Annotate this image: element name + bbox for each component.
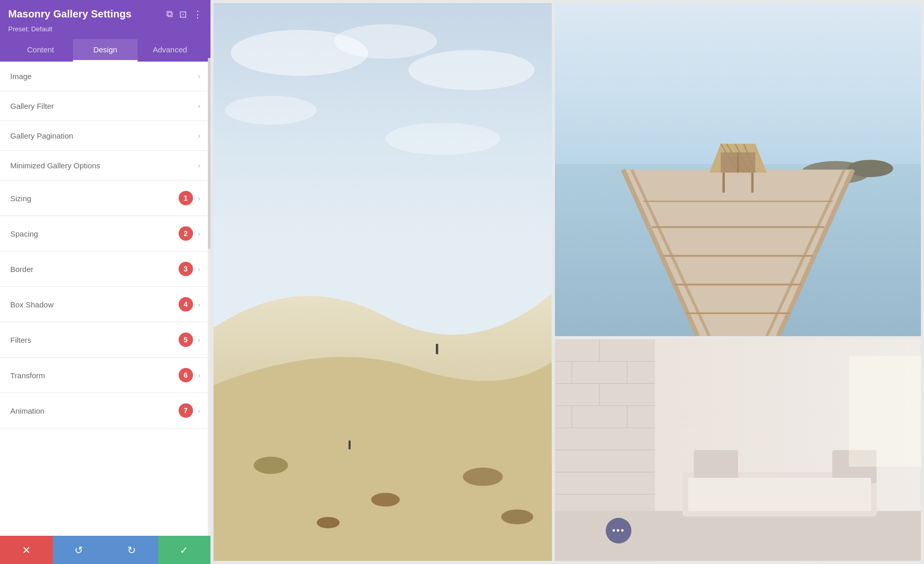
section-animation-chevron: › — [198, 407, 200, 415]
section-minimized-gallery-options-chevron: › — [198, 162, 200, 169]
section-spacing: Spacing 2 › — [0, 216, 210, 251]
more-icon[interactable]: ⋮ — [193, 9, 202, 20]
fab-dots-icon: ••• — [612, 526, 625, 536]
copy-icon[interactable]: ⧉ — [166, 9, 173, 20]
section-gallery-filter: Gallery Filter › — [0, 91, 210, 121]
section-gallery-filter-chevron: › — [198, 102, 200, 110]
section-spacing-label: Spacing — [10, 229, 179, 238]
tab-content[interactable]: Content — [8, 39, 73, 62]
section-filters-label: Filters — [10, 336, 179, 344]
section-transform-chevron: › — [198, 372, 200, 379]
undo-button[interactable]: ↺ — [53, 536, 106, 564]
scroll-thumb — [208, 58, 210, 249]
svg-rect-11 — [436, 344, 438, 354]
svg-point-8 — [463, 468, 503, 486]
tab-advanced[interactable]: Advanced — [138, 39, 202, 62]
panel-header: Masonry Gallery Settings ⧉ ⊡ ⋮ Preset: D… — [0, 0, 210, 62]
section-sizing: Sizing 1 › — [0, 181, 210, 216]
section-animation-label: Animation — [10, 406, 179, 415]
section-image-header[interactable]: Image › — [0, 62, 210, 91]
section-transform-header[interactable]: Transform 6 › — [0, 358, 210, 393]
section-animation: Animation 7 › — [0, 393, 210, 429]
section-filters-badge: 5 — [179, 333, 193, 347]
section-spacing-chevron: › — [198, 230, 200, 238]
section-transform-badge: 6 — [179, 368, 193, 382]
section-box-shadow-badge: 4 — [179, 297, 193, 312]
panel-title-icons: ⧉ ⊡ ⋮ — [166, 9, 202, 20]
fab-button[interactable]: ••• — [606, 518, 631, 543]
section-spacing-badge: 2 — [179, 226, 193, 241]
tab-design[interactable]: Design — [73, 39, 138, 62]
section-border-header[interactable]: Border 3 › — [0, 251, 210, 286]
section-gallery-pagination-label: Gallery Pagination — [10, 131, 198, 140]
section-gallery-pagination-header[interactable]: Gallery Pagination › — [0, 121, 210, 150]
section-gallery-filter-label: Gallery Filter — [10, 102, 198, 110]
section-image: Image › — [0, 62, 210, 91]
svg-point-15 — [847, 160, 893, 178]
section-minimized-gallery-options-label: Minimized Gallery Options — [10, 161, 198, 170]
svg-point-4 — [225, 96, 317, 125]
settings-panel: Masonry Gallery Settings ⧉ ⊡ ⋮ Preset: D… — [0, 0, 210, 564]
section-minimized-gallery-options-header[interactable]: Minimized Gallery Options › — [0, 151, 210, 180]
gallery-image-2 — [555, 3, 921, 336]
preset-label[interactable]: Preset: Default — [8, 25, 202, 39]
section-border: Border 3 › — [0, 251, 210, 287]
svg-point-10 — [501, 510, 533, 524]
cancel-button[interactable]: ✕ — [0, 536, 53, 564]
section-image-label: Image — [10, 72, 198, 81]
save-button[interactable]: ✓ — [158, 536, 211, 564]
section-sizing-badge: 1 — [179, 191, 193, 205]
svg-point-6 — [254, 457, 288, 474]
section-minimized-gallery-options: Minimized Gallery Options › — [0, 151, 210, 181]
section-gallery-pagination-chevron: › — [198, 132, 200, 140]
section-border-chevron: › — [198, 265, 200, 273]
svg-rect-57 — [849, 356, 921, 467]
section-border-label: Border — [10, 265, 179, 274]
section-box-shadow-header[interactable]: Box Shadow 4 › — [0, 287, 210, 322]
section-sizing-header[interactable]: Sizing 1 › — [0, 181, 210, 216]
gallery-image-1 — [214, 3, 552, 561]
panel-toolbar: ✕ ↺ ↻ ✓ — [0, 536, 210, 564]
section-spacing-header[interactable]: Spacing 2 › — [0, 216, 210, 251]
svg-point-3 — [409, 50, 535, 90]
section-sizing-chevron: › — [198, 195, 200, 202]
section-animation-header[interactable]: Animation 7 › — [0, 393, 210, 428]
resize-icon[interactable]: ⊡ — [179, 9, 187, 20]
redo-icon: ↻ — [127, 544, 136, 556]
section-filters-header[interactable]: Filters 5 › — [0, 322, 210, 357]
scroll-indicator — [208, 58, 210, 536]
content-area: ••• — [210, 0, 924, 564]
section-sizing-label: Sizing — [10, 194, 179, 203]
panel-tabs: Content Design Advanced — [8, 39, 202, 62]
redo-button[interactable]: ↻ — [105, 536, 158, 564]
save-icon: ✓ — [180, 544, 188, 556]
section-transform-label: Transform — [10, 371, 179, 380]
section-filters: Filters 5 › — [0, 322, 210, 358]
svg-point-7 — [371, 493, 400, 507]
panel-body: Image › Gallery Filter › Gallery Paginat… — [0, 62, 210, 536]
section-gallery-filter-header[interactable]: Gallery Filter › — [0, 91, 210, 121]
undo-icon: ↺ — [74, 544, 83, 556]
section-gallery-pagination: Gallery Pagination › — [0, 121, 210, 151]
svg-rect-56 — [688, 478, 871, 511]
section-box-shadow: Box Shadow 4 › — [0, 287, 210, 322]
section-animation-badge: 7 — [179, 403, 193, 418]
panel-title: Masonry Gallery Settings — [8, 8, 131, 20]
gallery-col-right — [555, 3, 921, 561]
cancel-icon: ✕ — [22, 544, 31, 556]
section-filters-chevron: › — [198, 336, 200, 344]
section-image-chevron: › — [198, 72, 200, 80]
svg-point-5 — [386, 123, 500, 155]
gallery-layout — [210, 0, 924, 564]
section-border-badge: 3 — [179, 262, 193, 276]
section-transform: Transform 6 › — [0, 358, 210, 393]
gallery-col-left — [214, 3, 552, 561]
svg-point-2 — [334, 24, 437, 59]
section-box-shadow-chevron: › — [198, 301, 200, 308]
svg-point-9 — [317, 517, 340, 528]
section-box-shadow-label: Box Shadow — [10, 300, 179, 309]
